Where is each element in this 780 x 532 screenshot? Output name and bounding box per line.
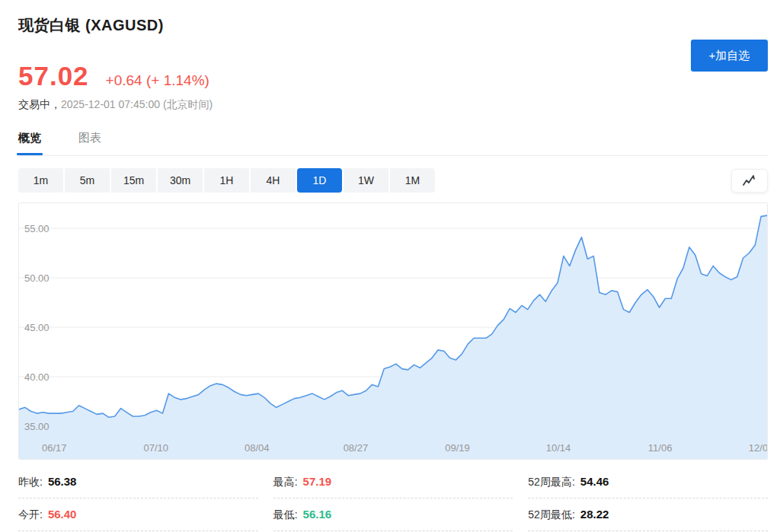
timeframe-4h[interactable]: 4H [251,168,296,193]
timeframe-15m[interactable]: 15m [111,168,156,193]
svg-text:10/14: 10/14 [546,442,571,454]
svg-text:09/19: 09/19 [445,442,470,454]
tab-bar: 概览图表 [18,131,768,156]
chart-type-button[interactable] [731,169,768,193]
trading-status: 交易中， [18,98,61,110]
tab-overview[interactable]: 概览 [18,131,41,155]
price-chart[interactable]: 55.0050.0045.0040.0035.0006/1707/1008/04… [18,202,768,460]
last-price: 57.02 [18,61,89,91]
stat-label: 52周最低: [528,508,574,522]
stat-value: 56.16 [303,508,332,521]
stat-52week-low: 52周最低:28.22 [528,499,768,531]
svg-text:08/04: 08/04 [245,442,270,454]
stat-today-open: 今开:56.40 [18,499,258,531]
svg-text:08/27: 08/27 [344,442,369,454]
timeframe-5m[interactable]: 5m [65,168,110,193]
add-watchlist-button[interactable]: +加自选 [691,40,768,72]
timeframe-30m[interactable]: 30m [158,168,203,193]
stat-label: 最高: [273,476,298,489]
stat-value: 56.38 [48,475,77,488]
stat-label: 昨收: [18,476,43,489]
timeframe-1m[interactable]: 1m [18,168,63,193]
chart-y-axis-labels: 55.0050.0045.0040.0035.00 [24,223,50,432]
stat-52week-high: 52周最高:54.46 [528,466,768,499]
price-row: 57.02 +0.64 (+ 1.14%) [18,61,768,91]
stat-day-low: 最低:56.16 [273,499,513,531]
stat-value: 28.22 [580,508,609,521]
quote-timestamp: 2025-12-01 07:45:00 (北京时间) [61,98,213,110]
stat-label: 最低: [273,508,298,522]
timeframe-selector: 1m5m15m30m1H4H1D1W1M [18,168,435,193]
svg-text:12/01: 12/01 [749,442,767,454]
timeframe-1d[interactable]: 1D [297,168,342,193]
chart-toolbar: 1m5m15m30m1H4H1D1W1M [18,168,768,193]
timeframe-1h[interactable]: 1H [204,168,249,193]
quote-page: 现货白银 (XAGUSD) +加自选 57.02 +0.64 (+ 1.14%)… [0,0,780,531]
svg-text:06/17: 06/17 [42,442,67,454]
line-chart-icon [740,172,759,189]
stat-day-high: 最高:57.19 [273,466,513,499]
stats-grid: 昨收:56.38最高:57.1952周最高:54.46今开:56.40最低:56… [18,466,768,531]
tab-chart[interactable]: 图表 [78,131,101,155]
svg-text:50.00: 50.00 [24,272,50,284]
svg-text:45.00: 45.00 [24,322,50,333]
stat-label: 52周最高: [528,476,574,489]
chart-area [19,215,767,459]
stat-prev-close: 昨收:56.38 [18,466,258,499]
status-row: 交易中，2025-12-01 07:45:00 (北京时间) [18,97,768,112]
page-title: 现货白银 (XAGUSD) [18,15,164,35]
stat-value: 54.46 [580,475,609,488]
stat-label: 今开: [18,508,43,522]
stat-value: 56.40 [48,508,77,521]
svg-text:40.00: 40.00 [24,371,50,383]
svg-text:35.00: 35.00 [24,421,50,432]
price-change: +0.64 (+ 1.14%) [106,72,209,89]
svg-text:55.00: 55.00 [24,223,50,234]
price-chart-svg: 55.0050.0045.0040.0035.0006/1707/1008/04… [19,203,767,459]
timeframe-1w[interactable]: 1W [344,168,388,193]
timeframe-1m[interactable]: 1M [390,168,435,193]
svg-text:11/06: 11/06 [648,442,673,454]
stat-value: 57.19 [303,475,332,488]
svg-text:07/10: 07/10 [143,442,168,454]
